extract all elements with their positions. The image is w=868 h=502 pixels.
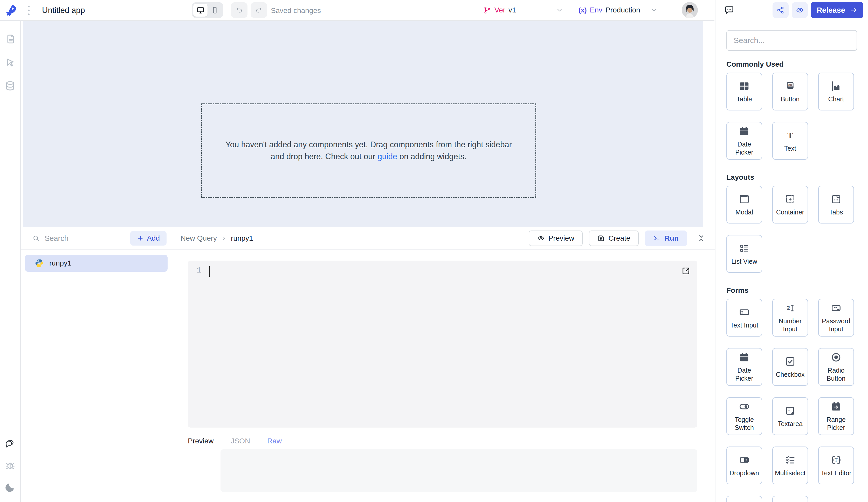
password-input-icon: ** — [830, 302, 842, 314]
query-search-input[interactable] — [44, 234, 97, 243]
table-icon — [738, 80, 750, 92]
dark-mode-moon-icon[interactable] — [4, 481, 16, 493]
redo-icon — [255, 6, 263, 14]
textarea-icon: T — [784, 405, 796, 417]
inspector-cursor-icon[interactable] — [4, 56, 16, 69]
add-query-button[interactable]: Add — [130, 231, 167, 245]
text-input-icon — [738, 306, 750, 318]
component-card-toggle-switch[interactable]: Toggle Switch — [726, 397, 762, 435]
chevron-down-icon — [650, 6, 658, 14]
component-label: Date Picker — [727, 366, 762, 383]
component-label: Password Input — [819, 317, 854, 333]
collapse-panel-icon[interactable] — [697, 234, 706, 243]
component-card-button[interactable]: OKButton — [772, 73, 808, 111]
user-avatar[interactable] — [682, 2, 698, 18]
desktop-icon — [196, 6, 205, 14]
result-tabs: PreviewJSONRaw — [188, 435, 282, 448]
svg-text:T: T — [787, 130, 793, 140]
section-title: Commonly Used — [726, 60, 857, 69]
environment-selector[interactable]: (x) Env Production — [578, 5, 658, 15]
env-label: Env — [590, 6, 602, 14]
app-logo-rocket-icon[interactable] — [4, 3, 18, 17]
component-card-range-picker[interactable]: Range Picker — [818, 397, 854, 435]
preview-query-button[interactable]: Preview — [529, 231, 583, 246]
component-card-date-picker[interactable]: Date Picker — [726, 348, 762, 386]
release-button[interactable]: Release — [811, 2, 863, 18]
terminal-run-icon — [653, 235, 660, 242]
component-card-modal[interactable]: Modal — [726, 186, 762, 223]
svg-text:**: ** — [834, 306, 837, 310]
run-query-button[interactable]: Run — [645, 231, 687, 246]
chevron-down-icon — [556, 6, 564, 14]
component-card-date-picker[interactable]: Date Picker — [726, 122, 762, 160]
component-card-password-input[interactable]: **Password Input — [818, 299, 854, 337]
component-label: Text Input — [729, 321, 760, 329]
component-card-multiselect[interactable]: Multiselect — [772, 447, 808, 484]
component-card-text-editor[interactable]: TText Editor — [818, 447, 854, 484]
components-search-input[interactable] — [726, 30, 857, 51]
query-output-area — [220, 449, 697, 492]
component-card-star[interactable] — [726, 496, 762, 502]
undo-icon — [235, 6, 243, 14]
mobile-icon — [211, 6, 219, 14]
python-icon — [34, 258, 44, 268]
section-title: Layouts — [726, 173, 857, 181]
component-card-checkbox[interactable]: Checkbox — [772, 348, 808, 386]
component-card-chart[interactable]: Chart — [818, 73, 854, 111]
components-panel: Release Commonly UsedTableOKButtonChartD… — [715, 0, 868, 502]
create-query-button[interactable]: Create — [589, 231, 639, 246]
mobile-view-button[interactable] — [208, 4, 222, 17]
database-icon[interactable] — [4, 80, 16, 92]
query-panel: Add New Query runpy1 Preview Create Run — [21, 227, 715, 502]
share-button[interactable] — [773, 2, 789, 18]
svg-text:T: T — [788, 407, 790, 411]
editor-line-number: 1 — [197, 266, 202, 275]
pages-icon[interactable] — [4, 33, 16, 45]
tabs-icon — [830, 193, 842, 205]
result-tab-raw[interactable]: Raw — [267, 437, 282, 445]
breadcrumb-current: runpy1 — [231, 234, 253, 242]
component-label: Range Picker — [819, 416, 854, 432]
query-list-item[interactable]: runpy1 — [25, 255, 168, 272]
app-preview-button[interactable] — [792, 2, 808, 18]
code-editor[interactable]: 1 — [188, 261, 697, 428]
comments-icon[interactable] — [724, 5, 735, 15]
expand-editor-icon[interactable] — [681, 266, 691, 276]
app-canvas[interactable]: You haven't added any components yet. Dr… — [23, 21, 703, 227]
version-selector[interactable]: Ver v1 — [483, 5, 564, 15]
component-card-textarea[interactable]: TTextarea — [772, 397, 808, 435]
guide-link[interactable]: guide — [378, 152, 397, 161]
components-list: Commonly UsedTableOKButtonChartDate Pick… — [715, 20, 868, 502]
component-label: Textarea — [776, 420, 804, 428]
component-card-text-input[interactable]: Text Input — [726, 299, 762, 337]
component-label: List View — [730, 258, 759, 265]
component-card-list-view[interactable]: List View — [726, 235, 762, 273]
modal-icon — [738, 193, 750, 205]
component-card-number-input[interactable]: 2Number Input — [772, 299, 808, 337]
app-menu-kebab-icon[interactable] — [28, 6, 30, 15]
result-tab-json[interactable]: JSON — [231, 437, 250, 445]
release-label: Release — [817, 6, 845, 14]
desktop-view-button[interactable] — [193, 4, 208, 17]
query-panel-header: Add New Query runpy1 Preview Create Run — [21, 227, 715, 250]
component-label: Multiselect — [773, 469, 807, 477]
component-card-file[interactable] — [772, 496, 808, 502]
component-card-dropdown[interactable]: Dropdown — [726, 447, 762, 484]
svg-text:OK: OK — [788, 83, 793, 86]
text-editor-icon: T — [830, 454, 842, 466]
version-label: Ver — [494, 6, 505, 14]
component-card-text[interactable]: TText — [772, 122, 808, 160]
calendar-icon — [738, 125, 750, 137]
search-icon — [32, 234, 40, 242]
component-card-tabs[interactable]: Tabs — [818, 186, 854, 223]
debugger-bug-icon[interactable] — [4, 459, 16, 471]
result-tab-preview[interactable]: Preview — [188, 437, 214, 445]
component-card-table[interactable]: Table — [726, 73, 762, 111]
redo-button[interactable] — [251, 2, 267, 18]
component-card-radio-button[interactable]: Radio Button — [818, 348, 854, 386]
component-card-container[interactable]: Container — [772, 186, 808, 223]
chat-icon[interactable] — [4, 438, 16, 450]
empty-state-line1: You haven't added any components yet. Dr… — [225, 140, 512, 149]
undo-button[interactable] — [231, 2, 247, 18]
list-view-icon — [738, 242, 750, 254]
